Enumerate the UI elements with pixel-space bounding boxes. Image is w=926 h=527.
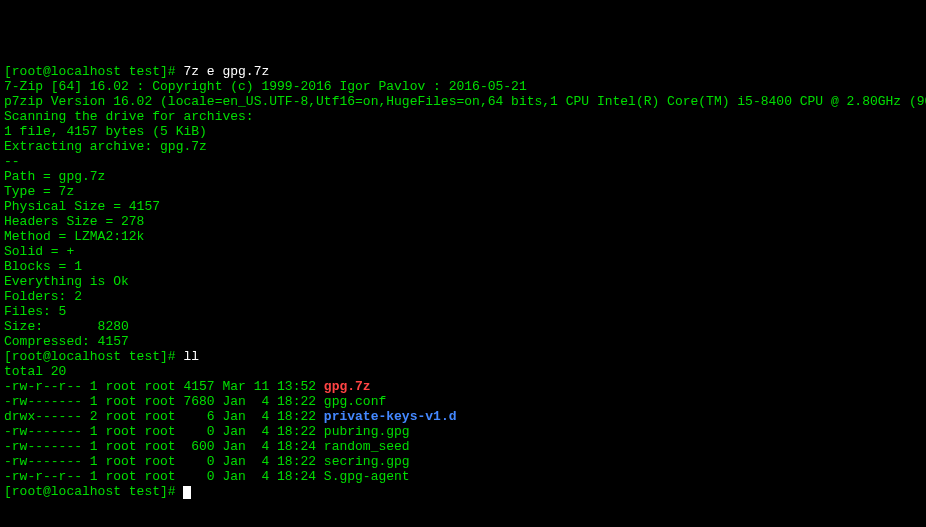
output-line: Files: 5 — [4, 304, 922, 319]
shell-prompt: [root@localhost test]# — [4, 349, 183, 364]
output-line: Extracting archive: gpg.7z — [4, 139, 922, 154]
prompt-line-3[interactable]: [root@localhost test]# — [4, 484, 922, 499]
output-line: Compressed: 4157 — [4, 334, 922, 349]
output-line: p7zip Version 16.02 (locale=en_US.UTF-8,… — [4, 94, 922, 109]
archive-filename: gpg.7z — [324, 379, 371, 394]
output-line: Method = LZMA2:12k — [4, 229, 922, 244]
prompt-line-2: [root@localhost test]# ll — [4, 349, 922, 364]
output-line: Headers Size = 278 — [4, 214, 922, 229]
ls-row: -rw------- 1 root root 0 Jan 4 18:22 sec… — [4, 454, 922, 469]
output-line: Type = 7z — [4, 184, 922, 199]
output-line: Folders: 2 — [4, 289, 922, 304]
directory-name: private-keys-v1.d — [324, 409, 457, 424]
output-line: Physical Size = 4157 — [4, 199, 922, 214]
shell-prompt: [root@localhost test]# — [4, 64, 183, 79]
output-line: Size: 8280 — [4, 319, 922, 334]
prompt-line-1: [root@localhost test]# 7z e gpg.7z — [4, 64, 922, 79]
output-line: Everything is Ok — [4, 274, 922, 289]
file-meta: -rw-r--r-- 1 root root 4157 Mar 11 13:52 — [4, 379, 324, 394]
output-line: -- — [4, 154, 922, 169]
cursor — [183, 486, 191, 499]
ls-row: -rw------- 1 root root 600 Jan 4 18:24 r… — [4, 439, 922, 454]
output-line: 7-Zip [64] 16.02 : Copyright (c) 1999-20… — [4, 79, 922, 94]
output-line: Scanning the drive for archives: — [4, 109, 922, 124]
output-line: total 20 — [4, 364, 922, 379]
ls-row: -rw------- 1 root root 7680 Jan 4 18:22 … — [4, 394, 922, 409]
terminal-output[interactable]: [root@localhost test]# 7z e gpg.7z7-Zip … — [4, 64, 922, 499]
command-text: ll — [183, 349, 199, 364]
file-meta: drwx------ 2 root root 6 Jan 4 18:22 — [4, 409, 324, 424]
output-line: Path = gpg.7z — [4, 169, 922, 184]
output-line: Blocks = 1 — [4, 259, 922, 274]
output-line: Solid = + — [4, 244, 922, 259]
ls-row: -rw------- 1 root root 0 Jan 4 18:22 pub… — [4, 424, 922, 439]
shell-prompt: [root@localhost test]# — [4, 484, 183, 499]
ls-row: drwx------ 2 root root 6 Jan 4 18:22 pri… — [4, 409, 922, 424]
ls-row: -rw-r--r-- 1 root root 4157 Mar 11 13:52… — [4, 379, 922, 394]
output-line: 1 file, 4157 bytes (5 KiB) — [4, 124, 922, 139]
ls-row: -rw-r--r-- 1 root root 0 Jan 4 18:24 S.g… — [4, 469, 922, 484]
command-text: 7z e gpg.7z — [183, 64, 269, 79]
